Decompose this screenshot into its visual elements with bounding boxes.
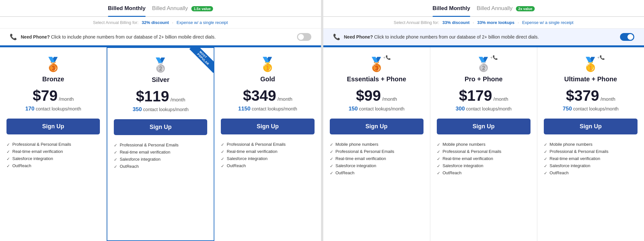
- phone-icon-right: 📞: [333, 33, 340, 40]
- tab-monthly-right[interactable]: Billed Monthly: [433, 5, 470, 16]
- phone-bar-left: 📞 Need Phone? Click to include phone num…: [0, 29, 321, 46]
- plan-card-gold: 🥇 Gold $349 /month 1150 contact lookups/…: [214, 47, 321, 241]
- gold-icon: 🥇: [259, 56, 276, 72]
- annual-bar-right: Select Annual Billing for: 33% discount …: [323, 17, 644, 29]
- billing-tabs-left: Billed Monthly Billed Annually 1.5x valu…: [0, 0, 321, 17]
- check-icon: ✓: [544, 164, 547, 168]
- list-item: ✓Mobile phone numbers: [437, 141, 531, 148]
- ultimate-phone-icon: 🥇 +📞: [582, 56, 599, 72]
- billing-tabs-right: Billed Monthly Billed Annually 2x value: [323, 0, 644, 17]
- plans-grid-right: 🥉 +📞 Essentials + Phone $99 /month 150 c…: [323, 46, 644, 241]
- gold-features: ✓Professional & Personal Emails ✓Real-ti…: [221, 141, 314, 169]
- annually-badge-left: 1.5x value: [191, 6, 213, 11]
- list-item: ✓Salesforce integration: [221, 155, 314, 162]
- check-icon: ✓: [437, 149, 440, 154]
- check-icon: ✓: [330, 171, 333, 176]
- list-item: ✓OutReach: [221, 162, 314, 169]
- list-item: ✓Real-time email verification: [437, 155, 531, 162]
- list-item: ✓Salesforce integration: [330, 162, 423, 169]
- essentials-phone-price: $99: [356, 87, 381, 104]
- bronze-unit: /month: [59, 96, 74, 102]
- bronze-signup[interactable]: Sign Up: [6, 119, 100, 134]
- list-item: ✓Real-time email verification: [6, 148, 100, 155]
- list-item: ✓OutReach: [6, 162, 100, 169]
- pro-phone-price-row: $179 /month: [459, 87, 508, 104]
- plans-grid-left: 🥉 Bronze $79 /month 170 contact lookups/…: [0, 46, 321, 241]
- phone-text-left: Need Phone? Click to include phone numbe…: [21, 34, 216, 40]
- plan-card-bronze: 🥉 Bronze $79 /month 170 contact lookups/…: [0, 47, 107, 241]
- ultimate-phone-price-row: $379 /month: [566, 87, 615, 104]
- ultimate-phone-name: Ultimate + Phone: [564, 75, 617, 83]
- essentials-phone-signup[interactable]: Sign Up: [330, 119, 423, 134]
- silver-icon: 🥈: [152, 57, 169, 73]
- check-icon: ✓: [221, 149, 224, 154]
- ultimate-phone-features: ✓Mobile phone numbers ✓Professional & Pe…: [544, 141, 638, 177]
- silver-name: Silver: [152, 76, 169, 84]
- list-item: ✓Real-time email verification: [114, 149, 207, 156]
- list-item: ✓Mobile phone numbers: [544, 141, 638, 148]
- check-icon: ✓: [221, 156, 224, 161]
- check-icon: ✓: [6, 142, 10, 147]
- check-icon: ✓: [114, 164, 117, 169]
- pro-phone-price: $179: [459, 87, 492, 104]
- silver-unit: /month: [171, 97, 185, 102]
- list-item: ✓Professional & Personal Emails: [330, 148, 423, 155]
- plan-card-essentials-phone: 🥉 +📞 Essentials + Phone $99 /month 150 c…: [323, 47, 430, 241]
- tab-annually-right[interactable]: Billed Annually 2x value: [477, 5, 535, 16]
- ultimate-phone-unit: /month: [601, 96, 615, 102]
- check-icon: ✓: [6, 156, 10, 161]
- tab-monthly-left[interactable]: Billed Monthly: [108, 5, 146, 16]
- annual-discount-left[interactable]: 32% discount: [142, 20, 169, 25]
- gold-price: $349: [243, 87, 276, 104]
- check-icon: ✓: [437, 142, 440, 147]
- silver-price-row: $119 /month: [136, 87, 185, 105]
- essentials-phone-features: ✓Mobile phone numbers ✓Professional & Pe…: [330, 141, 423, 177]
- annual-bar-label-left: Select Annual Billing for:: [93, 20, 138, 25]
- tab-annually-left[interactable]: Billed Annually 1.5x value: [152, 5, 213, 16]
- list-item: ✓Professional & Personal Emails: [437, 148, 531, 155]
- list-item: ✓Professional & Personal Emails: [114, 142, 207, 149]
- list-item: ✓OutReach: [544, 169, 638, 177]
- pro-phone-unit: /month: [494, 96, 508, 102]
- bronze-lookups: 170 contact lookups/month: [25, 106, 81, 112]
- list-item: ✓Real-time email verification: [330, 155, 423, 162]
- annual-lookups-right[interactable]: 33% more lookups: [477, 20, 515, 25]
- annual-bar-label-right: Select Annual Billing for:: [394, 20, 439, 25]
- annually-badge-right: 2x value: [516, 6, 534, 11]
- ultimate-phone-lookups: 750 contact lookups/month: [563, 106, 618, 112]
- left-panel: Billed Monthly Billed Annually 1.5x valu…: [0, 0, 321, 241]
- check-icon: ✓: [330, 156, 333, 161]
- pro-phone-signup[interactable]: Sign Up: [437, 119, 531, 134]
- most-popular-ribbon: [188, 48, 214, 74]
- list-item: ✓OutReach: [330, 169, 423, 177]
- check-icon: ✓: [544, 142, 547, 147]
- list-item: ✓Salesforce integration: [544, 162, 638, 169]
- silver-features: ✓Professional & Personal Emails ✓Real-ti…: [114, 142, 207, 170]
- plan-card-pro-phone: 🥈 +📞 Pro + Phone $179 /month 300 contact…: [430, 47, 537, 241]
- ultimate-phone-signup[interactable]: Sign Up: [544, 119, 638, 134]
- check-icon: ✓: [6, 149, 10, 154]
- phone-toggle-right[interactable]: [620, 33, 634, 41]
- check-icon: ✓: [6, 164, 10, 168]
- check-icon: ✓: [330, 142, 333, 147]
- silver-price: $119: [136, 87, 169, 105]
- pro-phone-name: Pro + Phone: [465, 75, 503, 83]
- right-panel: Billed Monthly Billed Annually 2x value …: [323, 0, 644, 241]
- phone-toggle-left[interactable]: [297, 33, 311, 41]
- annual-bar-left: Select Annual Billing for: 32% discount …: [0, 17, 321, 29]
- list-item: ✓Salesforce integration: [6, 155, 100, 162]
- essentials-phone-name: Essentials + Phone: [347, 75, 406, 83]
- bronze-name: Bronze: [42, 75, 64, 83]
- gold-unit: /month: [278, 96, 292, 102]
- check-icon: ✓: [330, 149, 333, 154]
- gold-signup[interactable]: Sign Up: [221, 119, 314, 134]
- list-item: ✓Salesforce integration: [114, 156, 207, 163]
- annual-expense-left[interactable]: Expense w/ a single receipt: [176, 20, 228, 25]
- bronze-features: ✓Professional & Personal Emails ✓Real-ti…: [6, 141, 100, 169]
- annual-discount-right[interactable]: 33% discount: [442, 20, 470, 25]
- silver-signup[interactable]: Sign Up: [114, 119, 207, 135]
- essentials-phone-icon: 🥉 +📞: [368, 56, 385, 72]
- plan-card-silver: 🥈 Silver $119 /month 350 contact lookups…: [107, 47, 214, 241]
- annual-expense-right[interactable]: Expense w/ a single receipt: [522, 20, 573, 25]
- bronze-price: $79: [33, 87, 58, 104]
